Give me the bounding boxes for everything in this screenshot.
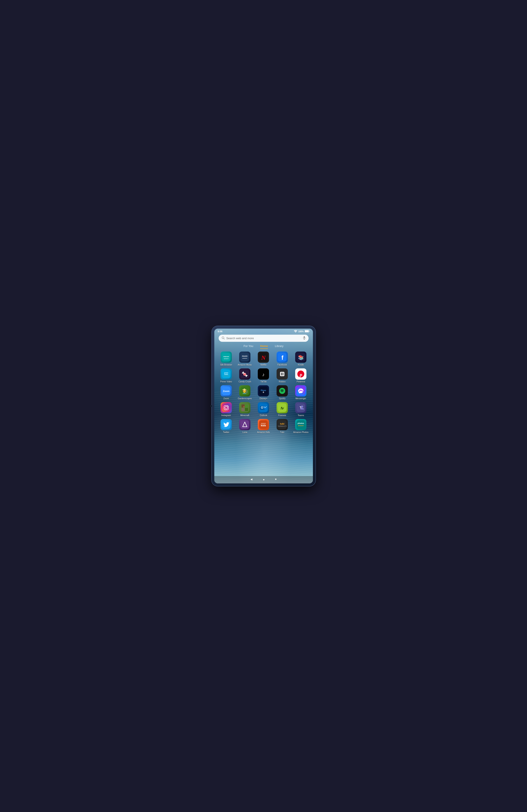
svg-text:amazon: amazon [242,358,247,359]
svg-text:tubi: tubi [280,422,284,425]
app-amazon-photos[interactable]: photos amazon Amazon Photos [293,419,309,434]
svg-rect-31 [281,373,282,374]
app-luna[interactable]: Luna [237,419,253,434]
app-label: Roblox [279,380,285,383]
app-disney-plus[interactable]: Disney + Disney+ [256,385,271,400]
app-roblox[interactable]: Roblox [274,368,290,383]
time-display: 9:06 [218,330,223,333]
svg-text:+: + [262,390,264,394]
app-zoom[interactable]: Zoom Zoom [218,385,234,400]
svg-rect-33 [281,374,282,375]
app-label: Outlook [260,414,267,417]
svg-rect-55 [243,405,245,406]
wifi-icon [294,330,297,333]
app-kindle[interactable]: 📚 Kindle [293,351,309,366]
svg-rect-58 [242,408,245,411]
svg-text:O: O [261,406,264,409]
app-tiktok[interactable]: ♪ TikTok [256,368,271,383]
tab-home[interactable]: Home [260,344,268,349]
app-spotify[interactable]: Spotify [274,385,290,400]
app-candy-crush[interactable]: 🍬 Candy Crush [237,368,253,383]
svg-rect-57 [245,405,248,407]
svg-rect-3 [305,330,308,332]
app-outlook[interactable]: O Outlook [256,402,271,417]
app-label: Netflix [260,364,267,366]
app-facebook[interactable]: f Facebook [274,351,290,366]
search-icon [222,336,225,340]
svg-rect-56 [242,406,243,407]
svg-text:♪: ♪ [262,372,265,377]
svg-text:photos: photos [298,422,304,424]
svg-point-51 [227,406,228,407]
home-button[interactable]: ● [263,478,265,481]
app-amazon-kids[interactable]: amazon kids Amazon Kids [256,419,271,434]
svg-text:〜〜〜〜〜: 〜〜〜〜〜 [223,375,229,377]
svg-rect-34 [282,374,284,375]
app-gardenscapes[interactable]: 🧑‍🌾 Gardenscapes [237,385,253,400]
svg-text:amazon: amazon [298,425,304,426]
search-bar[interactable]: Search web and more [219,335,309,342]
battery-text: 100% [298,330,304,333]
back-button[interactable]: ◀ [251,478,252,481]
app-label: Freevee [278,414,286,417]
svg-text:📚: 📚 [298,354,304,360]
app-row-4: Instagram [217,402,310,417]
svg-point-68 [301,406,303,408]
svg-text:p: p [299,372,302,377]
screen-content: 9:06 100% [214,329,313,483]
app-label: Candy Crush [239,380,251,383]
nav-tabs: For You Home Library [214,344,313,351]
app-label: Amazon Kids [257,431,270,434]
app-teams[interactable]: T Teams [293,402,309,417]
app-tubi[interactable]: tubi Free Movies & TV Tubi [274,419,290,434]
app-netflix[interactable]: N Netflix [256,351,271,366]
app-row-3: Zoom Zoom 🧑‍🌾 Gardenscapes [217,385,310,400]
svg-text:fv: fv [281,406,284,410]
app-label: Gardenscapes [238,397,252,400]
app-row-5: Twitter Luna [217,419,310,434]
svg-rect-78 [297,420,305,429]
tab-for-you[interactable]: For You [243,344,253,349]
app-silk-browser[interactable]: internet amazon Silk Browser [218,351,234,366]
status-bar: 9:06 100% [214,329,313,334]
app-label: Teams [298,414,304,417]
app-label: Disney+ [259,397,267,400]
svg-text:video: video [224,374,228,375]
app-twitter[interactable]: Twitter [218,419,234,434]
svg-text:🍬: 🍬 [242,371,248,377]
search-placeholder: Search web and more [226,337,301,340]
app-grid: internet amazon Silk Browser music amazo… [214,351,313,476]
app-label: Spotify [279,397,286,400]
app-label: Prime Video [220,380,232,383]
svg-rect-2 [309,331,309,332]
recent-button[interactable]: ■ [275,478,276,481]
svg-text:kids: kids [261,424,266,427]
app-minecraft[interactable]: Minecraft [237,402,253,417]
svg-rect-30 [280,372,284,376]
app-label: Twitter [223,431,229,434]
app-instagram[interactable]: Instagram [218,402,234,417]
side-camera [210,405,212,407]
app-label: Messenger [296,397,306,400]
svg-line-5 [224,338,225,339]
svg-text:Free Movies & TV: Free Movies & TV [278,425,286,427]
app-label: Silk Browser [220,364,232,366]
svg-rect-54 [242,405,243,406]
app-label: Zoom [223,397,229,400]
bottom-nav: ◀ ● ■ [214,476,313,483]
tablet-device: 9:06 100% [212,326,315,486]
svg-rect-6 [304,336,305,338]
tab-library[interactable]: Library [275,344,284,349]
app-label: Amazon Music [238,364,252,366]
app-pinterest[interactable]: p Pinterest [293,368,309,383]
svg-text:amazon: amazon [224,358,229,359]
app-prime-video[interactable]: prime video 〜〜〜〜〜 Prime Video [218,368,234,383]
app-amazon-music[interactable]: music amazon Amazon Music [237,351,253,366]
svg-text:🧑‍🌾: 🧑‍🌾 [242,388,248,394]
app-freevee[interactable]: fv Freevee [274,402,290,417]
svg-rect-70 [241,420,249,429]
status-icons: 100% [294,330,310,333]
app-messenger[interactable]: Messenger [293,385,309,400]
mic-icon[interactable] [303,336,305,340]
app-label: Instagram [221,414,231,417]
